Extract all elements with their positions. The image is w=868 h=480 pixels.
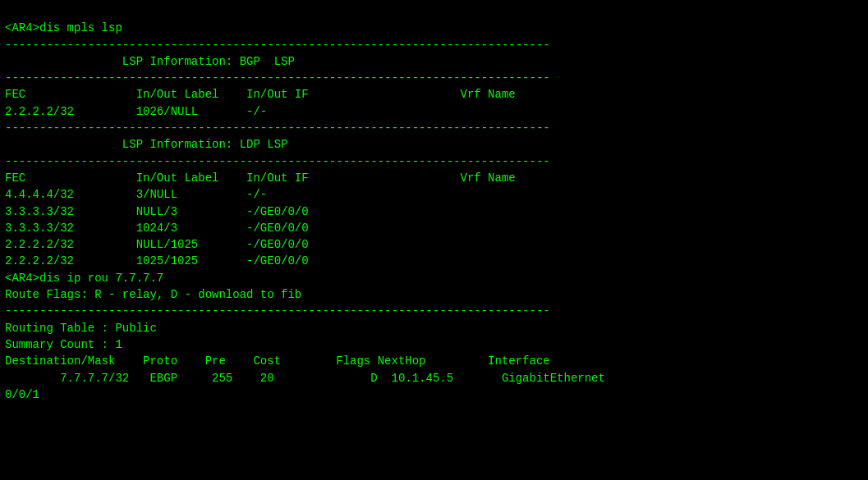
terminal-line-13: 2.2.2.2/32 NULL/1025 -/GE0/0/0 bbox=[5, 236, 863, 253]
terminal-line-9: FEC In/Out Label In/Out IF Vrf Name bbox=[5, 170, 863, 186]
terminal-line-16: Route Flags: R - relay, D - download to … bbox=[5, 286, 863, 303]
terminal-line-20: Destination/Mask Proto Pre Cost Flags Ne… bbox=[5, 353, 863, 369]
terminal-line-14: 2.2.2.2/32 1025/1025 -/GE0/0/0 bbox=[5, 253, 863, 269]
terminal-line-8: ----------------------------------------… bbox=[5, 153, 863, 170]
terminal-line-15: <AR4>dis ip rou 7.7.7.7 bbox=[5, 270, 863, 286]
terminal-line-6: ----------------------------------------… bbox=[5, 120, 863, 136]
terminal-line-3: ----------------------------------------… bbox=[5, 70, 863, 86]
terminal-line-18: Routing Table : Public bbox=[5, 320, 863, 336]
terminal-line-22: 7.7.7.7/32 EBGP 255 20 D 10.1.45.5 Gigab… bbox=[5, 370, 863, 386]
terminal-line-19: Summary Count : 1 bbox=[5, 336, 863, 353]
terminal-line-5: 2.2.2.2/32 1026/NULL -/- bbox=[5, 103, 863, 120]
terminal-line-11: 3.3.3.3/32 NULL/3 -/GE0/0/0 bbox=[5, 203, 863, 220]
terminal-line-4: FEC In/Out Label In/Out IF Vrf Name bbox=[5, 86, 863, 103]
terminal-line-10: 4.4.4.4/32 3/NULL -/- bbox=[5, 186, 863, 203]
terminal-line-17: ----------------------------------------… bbox=[5, 303, 863, 319]
terminal-line-2: LSP Information: BGP LSP bbox=[5, 53, 863, 70]
terminal-window: <AR4>dis mpls lsp-----------------------… bbox=[0, 0, 868, 480]
terminal-line-1: ----------------------------------------… bbox=[5, 37, 863, 53]
terminal-line-0: <AR4>dis mpls lsp bbox=[5, 20, 863, 36]
terminal-line-12: 3.3.3.3/32 1024/3 -/GE0/0/0 bbox=[5, 220, 863, 236]
terminal-line-7: LSP Information: LDP LSP bbox=[5, 136, 863, 153]
terminal-line-23: 0/0/1 bbox=[5, 386, 863, 403]
